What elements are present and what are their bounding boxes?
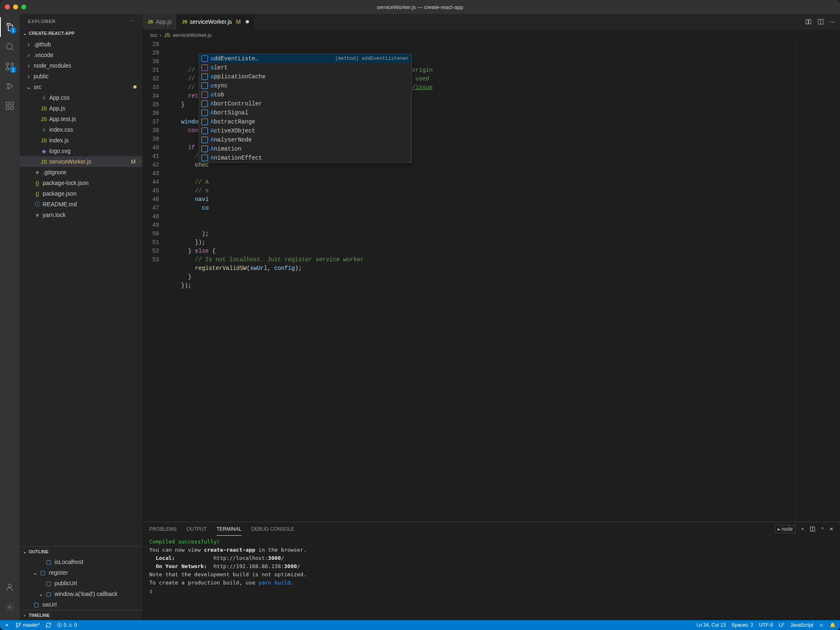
terminal-shell-select[interactable]: ▸ node xyxy=(775,525,795,533)
sync-button[interactable] xyxy=(46,622,51,628)
minimap[interactable] xyxy=(795,40,840,522)
activity-bar: 1 1 xyxy=(0,14,20,620)
maximize-panel-icon[interactable]: ^ xyxy=(821,526,824,532)
file-tree-item[interactable]: {}package.json xyxy=(20,188,142,199)
search-icon[interactable] xyxy=(0,37,20,57)
sidebar-title: EXPLORER xyxy=(28,19,56,24)
cursor-position[interactable]: Ln 34, Col 13 xyxy=(696,622,726,628)
project-header[interactable]: ⌄ CREATE-REACT-APP xyxy=(20,28,142,38)
file-tree-item[interactable]: JSindex.js xyxy=(20,135,142,146)
outline-item[interactable]: ▢publicUrl xyxy=(20,578,142,589)
sidebar-more-icon[interactable]: ⋯ xyxy=(129,18,134,24)
outline-header[interactable]: ⌄ OUTLINE xyxy=(20,547,142,557)
panel-tab[interactable]: DEBUG CONSOLE xyxy=(251,523,294,535)
panel-tab[interactable]: OUTPUT xyxy=(187,523,207,535)
intellisense-item[interactable]: ActiveXObject xyxy=(199,126,411,135)
outline-item[interactable]: ▢isLocalhost xyxy=(20,557,142,567)
encoding[interactable]: UTF-8 xyxy=(759,622,773,628)
chevron-down-icon: ⌄ xyxy=(21,549,28,555)
language-mode[interactable]: JavaScript xyxy=(790,622,813,628)
intellisense-popup[interactable]: addEventListe…(method) addEventListenera… xyxy=(199,54,412,163)
outline-item[interactable]: ⌄▢window.a('load') callback xyxy=(20,589,142,599)
file-tree-item[interactable]: ≡.gitignore xyxy=(20,167,142,178)
intellisense-item[interactable]: Animation xyxy=(199,144,411,153)
git-branch[interactable]: master* xyxy=(16,622,40,628)
intellisense-item[interactable]: AnimationEffect xyxy=(199,153,411,162)
file-tree-item[interactable]: ›node_modules xyxy=(20,60,142,71)
source-control-icon[interactable]: 1 xyxy=(0,57,20,76)
intellisense-item[interactable]: addEventListe…(method) addEventListener xyxy=(199,54,411,63)
svg-rect-4 xyxy=(6,102,9,105)
split-editor-icon[interactable] xyxy=(817,18,824,25)
svg-point-15 xyxy=(16,626,18,628)
svg-rect-7 xyxy=(11,102,14,105)
file-tree-item[interactable]: #App.css xyxy=(20,92,142,103)
bottom-panel: PROBLEMSOUTPUTTERMINALDEBUG CONSOLE ▸ no… xyxy=(143,522,840,620)
close-panel-icon[interactable]: ✕ xyxy=(829,526,833,532)
intellisense-item[interactable]: async xyxy=(199,81,411,90)
breadcrumb[interactable]: src › JS serviceWorker.js xyxy=(143,30,840,40)
explorer-icon[interactable]: 1 xyxy=(0,17,20,37)
terminal-output[interactable]: Compiled successfully!You can now view c… xyxy=(143,536,840,620)
compare-icon[interactable] xyxy=(805,18,812,25)
panel-tabs: PROBLEMSOUTPUTTERMINALDEBUG CONSOLE ▸ no… xyxy=(143,522,840,536)
svg-rect-10 xyxy=(806,20,808,24)
editor-tabs: JSApp.jsJSserviceWorker.jsM ⋯ xyxy=(143,14,840,30)
outline-tree: ▢isLocalhost⌄▢register▢publicUrl⌄▢window… xyxy=(20,557,142,610)
outline-item[interactable]: ⌄▢register xyxy=(20,567,142,578)
new-terminal-icon[interactable]: + xyxy=(801,526,804,532)
sidebar: EXPLORER ⋯ ⌄ CREATE-REACT-APP ›.github›.… xyxy=(20,14,143,620)
panel-tab[interactable]: PROBLEMS xyxy=(149,523,177,535)
file-tree-item[interactable]: ›.github xyxy=(20,39,142,50)
js-file-icon: JS xyxy=(164,32,170,38)
file-tree-item[interactable]: ›.vscode xyxy=(20,50,142,60)
file-tree-item[interactable]: #index.css xyxy=(20,124,142,135)
problems-status[interactable]: ⓧ0 ⚠0 xyxy=(57,622,77,629)
intellisense-item[interactable]: AnalyserNode xyxy=(199,135,411,144)
file-tree-item[interactable]: ⓘREADME.md xyxy=(20,199,142,210)
svg-point-3 xyxy=(6,63,9,65)
intellisense-item[interactable]: atob xyxy=(199,90,411,99)
notifications-icon[interactable]: 🔔 xyxy=(830,622,836,628)
intellisense-item[interactable]: AbortController xyxy=(199,99,411,108)
timeline-header[interactable]: › TIMELINE xyxy=(20,610,142,620)
file-tree-item[interactable]: {}package-lock.json xyxy=(20,178,142,188)
window-close-button[interactable] xyxy=(5,5,10,9)
svg-rect-6 xyxy=(11,107,14,110)
eol[interactable]: LF xyxy=(779,622,785,628)
file-tree-item[interactable]: ⌄src xyxy=(20,82,142,92)
file-tree-item[interactable]: JSApp.js xyxy=(20,103,142,114)
indentation[interactable]: Spaces: 2 xyxy=(731,622,753,628)
editor-tab[interactable]: JSApp.js xyxy=(143,14,177,30)
editor[interactable]: 2829303132333435363738394041424344454647… xyxy=(143,40,840,522)
svg-point-8 xyxy=(8,584,11,587)
svg-point-16 xyxy=(16,623,18,625)
window-maximize-button[interactable] xyxy=(21,5,26,9)
account-icon[interactable] xyxy=(0,578,20,597)
svg-point-1 xyxy=(11,63,14,65)
more-actions-icon[interactable]: ⋯ xyxy=(830,19,835,25)
outline-item[interactable]: ▢swUrl xyxy=(20,599,142,610)
file-tree-item[interactable]: JSserviceWorker.jsM xyxy=(20,156,142,167)
extensions-icon[interactable] xyxy=(0,96,20,116)
intellisense-item[interactable]: alert xyxy=(199,63,411,72)
debug-icon[interactable] xyxy=(0,76,20,96)
settings-gear-icon[interactable] xyxy=(0,597,20,617)
intellisense-item[interactable]: AbstractRange xyxy=(199,117,411,126)
chevron-right-icon: › xyxy=(21,613,28,618)
file-tree-item[interactable]: ›public xyxy=(20,71,142,82)
panel-tab[interactable]: TERMINAL xyxy=(217,523,242,536)
intellisense-item[interactable]: AbortSignal xyxy=(199,108,411,117)
editor-tab[interactable]: JSserviceWorker.jsM xyxy=(177,14,254,30)
remote-button[interactable] xyxy=(4,622,10,628)
file-tree: ›.github›.vscode›node_modules›public⌄src… xyxy=(20,38,142,546)
window-title: serviceWorker.js — create-react-app xyxy=(377,4,463,10)
svg-point-9 xyxy=(9,606,11,608)
feedback-icon[interactable]: ☺ xyxy=(819,622,824,628)
file-tree-item[interactable]: ≡yarn.lock xyxy=(20,210,142,220)
window-minimize-button[interactable] xyxy=(13,5,18,9)
file-tree-item[interactable]: JSApp.test.js xyxy=(20,114,142,124)
file-tree-item[interactable]: ◆logo.svg xyxy=(20,146,142,156)
split-terminal-icon[interactable] xyxy=(810,526,815,532)
intellisense-item[interactable]: applicationCache xyxy=(199,72,411,81)
